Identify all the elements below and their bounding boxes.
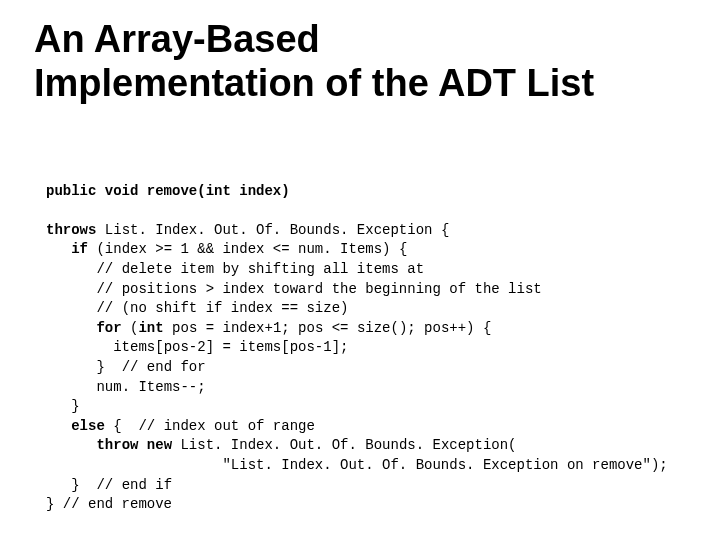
title-line-2: Implementation of the ADT List [34, 62, 594, 104]
code-line-15: } // end if [71, 477, 172, 493]
code-line-1: public void remove(int index) [46, 183, 290, 199]
code-line-11: } [71, 398, 79, 414]
code-line-7b: ( [122, 320, 139, 336]
code-line-2b: List. Index. Out. Of. Bounds. Exception … [96, 222, 449, 238]
code-line-9: } // end for [96, 359, 205, 375]
code-line-5: // positions > index toward the beginnin… [96, 281, 541, 297]
code-line-13b: List. Index. Out. Of. Bounds. Exception( [172, 437, 516, 453]
code-block: public void remove(int index) throws Lis… [46, 162, 690, 534]
code-line-14: "List. Index. Out. Of. Bounds. Exception… [222, 457, 667, 473]
kw-for: for [96, 320, 121, 336]
code-line-10: num. Items--; [96, 379, 214, 395]
code-line-16: } // end remove [46, 496, 172, 512]
kw-throws: throws [46, 222, 96, 238]
kw-else: else [71, 418, 105, 434]
slide-title: An Array-Based Implementation of the ADT… [34, 18, 700, 105]
title-line-1: An Array-Based [34, 18, 320, 60]
kw-throw-new: throw new [96, 437, 172, 453]
code-line-3b: (index >= 1 && index <= num. Items) { [88, 241, 407, 257]
code-line-7d: pos = index+1; pos <= size(); pos++) { [164, 320, 492, 336]
slide: An Array-Based Implementation of the ADT… [0, 0, 720, 540]
kw-if: if [71, 241, 88, 257]
kw-int: int [138, 320, 163, 336]
code-line-12b: { // index out of range [105, 418, 315, 434]
code-line-4: // delete item by shifting all items at [96, 261, 424, 277]
code-line-8: items[pos-2] = items[pos-1]; [113, 339, 348, 355]
code-line-6: // (no shift if index == size) [96, 300, 348, 316]
